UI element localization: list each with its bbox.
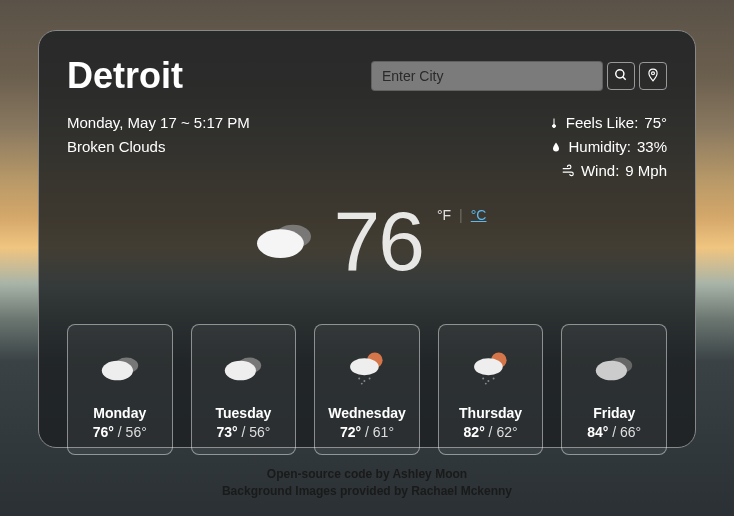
overcast-icon <box>568 343 660 393</box>
svg-point-21 <box>484 383 486 385</box>
day-temps: 84° / 66° <box>568 424 660 440</box>
header-row: Detroit <box>67 55 667 97</box>
svg-point-0 <box>616 69 624 77</box>
condition: Broken Clouds <box>67 135 250 159</box>
svg-point-18 <box>482 377 484 379</box>
day-temps: 72° / 61° <box>321 424 413 440</box>
sun-rain-icon <box>321 343 413 393</box>
broken-clouds-icon <box>198 343 290 393</box>
svg-point-14 <box>369 377 371 379</box>
forecast-day: Tuesday 73° / 56° <box>191 324 297 455</box>
city-input[interactable] <box>371 61 603 91</box>
current-weather: 76 °F | °C <box>67 193 667 290</box>
day-name: Tuesday <box>198 405 290 421</box>
day-name: Monday <box>74 405 166 421</box>
broken-clouds-icon <box>248 211 320 273</box>
day-name: Wednesday <box>321 405 413 421</box>
day-temps: 82° / 62° <box>445 424 537 440</box>
droplet-icon <box>550 140 562 154</box>
right-info: Feels Like: 75° Humidity: 33% Wind: 9 Mp… <box>548 111 667 183</box>
svg-line-1 <box>623 76 626 79</box>
forecast-row: Monday 76° / 56° Tuesday 73° / 56° Wedne… <box>67 324 667 455</box>
humidity: Humidity: 33% <box>548 135 667 159</box>
search-icon <box>614 68 628 85</box>
svg-point-7 <box>102 361 133 381</box>
svg-point-20 <box>492 377 494 379</box>
svg-point-12 <box>358 377 360 379</box>
location-button[interactable] <box>639 62 667 90</box>
day-temps: 76° / 56° <box>74 424 166 440</box>
footer-credit-1: Open-source code by Ashley Moon <box>0 466 734 483</box>
search-bar <box>371 61 667 91</box>
svg-point-9 <box>225 361 256 381</box>
page-footer: Open-source code by Ashley Moon Backgrou… <box>0 466 734 500</box>
thermometer-icon <box>548 116 560 130</box>
svg-point-2 <box>652 71 655 74</box>
svg-point-3 <box>552 125 555 128</box>
unit-toggle: °F | °C <box>437 207 487 223</box>
weather-card: Detroit Monday, May 17 ~ 5:17 PM Broken … <box>38 30 696 448</box>
forecast-day: Friday 84° / 66° <box>561 324 667 455</box>
svg-point-23 <box>596 361 627 381</box>
left-info: Monday, May 17 ~ 5:17 PM Broken Clouds <box>67 111 250 183</box>
day-name: Friday <box>568 405 660 421</box>
svg-point-11 <box>350 358 379 375</box>
svg-point-17 <box>474 358 503 375</box>
wind-icon <box>561 164 575 178</box>
feels-like: Feels Like: 75° <box>548 111 667 135</box>
search-button[interactable] <box>607 62 635 90</box>
svg-point-5 <box>257 229 304 258</box>
svg-point-15 <box>361 383 363 385</box>
forecast-day: Wednesday 72° / 61° <box>314 324 420 455</box>
city-name: Detroit <box>67 55 183 97</box>
day-temps: 73° / 56° <box>198 424 290 440</box>
unit-celsius[interactable]: °C <box>471 207 487 223</box>
svg-point-13 <box>363 380 365 382</box>
footer-credit-2: Background Images provided by Rachael Mc… <box>0 483 734 500</box>
datetime: Monday, May 17 ~ 5:17 PM <box>67 111 250 135</box>
location-pin-icon <box>646 68 660 85</box>
unit-fahrenheit[interactable]: °F <box>437 207 451 223</box>
wind: Wind: 9 Mph <box>548 159 667 183</box>
forecast-day: Thursday 82° / 62° <box>438 324 544 455</box>
day-name: Thursday <box>445 405 537 421</box>
info-row: Monday, May 17 ~ 5:17 PM Broken Clouds F… <box>67 111 667 183</box>
forecast-day: Monday 76° / 56° <box>67 324 173 455</box>
sun-rain-icon <box>445 343 537 393</box>
svg-point-19 <box>487 380 489 382</box>
current-temp: 76 <box>334 193 423 290</box>
broken-clouds-icon <box>74 343 166 393</box>
